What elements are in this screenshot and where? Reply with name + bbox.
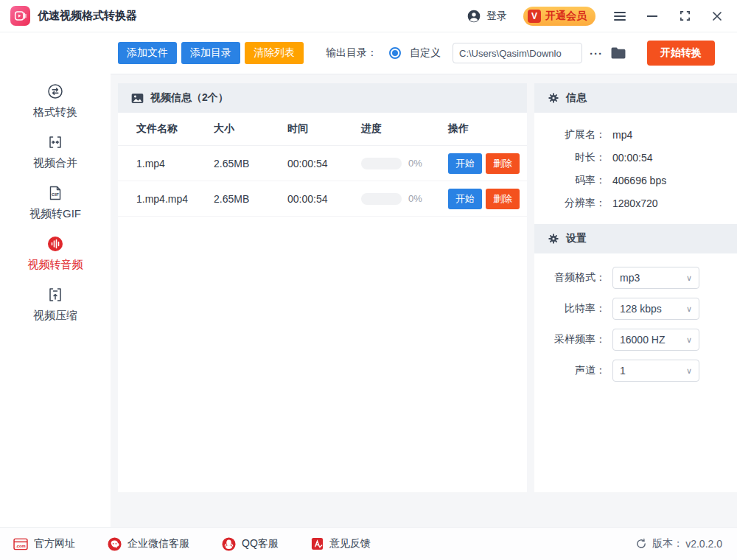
output-path-input[interactable]	[453, 43, 582, 63]
setting-label: 采样频率：	[534, 333, 606, 346]
col-operation: 操作	[448, 122, 527, 136]
sidebar: 格式转换 视频合并 GIF 视频转GIF 视频转音频 视频压缩	[0, 32, 111, 527]
website-icon: .com	[13, 538, 28, 550]
footer-link-label: 意见反馈	[329, 537, 371, 550]
progress-bar	[361, 158, 402, 169]
custom-radio[interactable]	[389, 47, 401, 59]
video-to-audio-icon	[46, 235, 64, 253]
video-merge-icon	[46, 133, 64, 151]
cell-time: 00:00:54	[287, 158, 361, 169]
sidebar-item-label: 格式转换	[33, 105, 77, 119]
table-row: 1.mp4.mp4 2.65MB 00:00:54 0% 开始 删除	[118, 181, 527, 217]
panel-title: 设置	[566, 232, 587, 245]
cell-size: 2.65MB	[214, 158, 287, 169]
video-to-gif-icon: GIF	[46, 184, 64, 202]
info-label: 分辨率：	[534, 197, 606, 210]
delete-button[interactable]: 删除	[486, 153, 520, 174]
sample-rate-select[interactable]: 16000 HZ∨	[612, 329, 699, 351]
feedback-icon	[311, 537, 324, 550]
footer-link-label: QQ客服	[242, 537, 279, 550]
version-info: 版本：v2.0.2.0	[635, 537, 722, 550]
titlebar: 优速视频格式转换器 登录 V 开通会员	[0, 0, 737, 32]
app-title: 优速视频格式转换器	[38, 9, 137, 23]
col-progress: 进度	[361, 122, 448, 136]
setting-label: 比特率：	[534, 302, 606, 315]
clear-list-button[interactable]: 清除列表	[245, 42, 304, 64]
login-button[interactable]: 登录	[467, 9, 507, 24]
sidebar-item-label: 视频转音频	[28, 258, 83, 272]
info-value: 406696 bps	[612, 175, 666, 186]
settings-list: 音频格式： mp3∨ 比特率： 128 kbps∨ 采样频率： 16000 HZ…	[534, 253, 737, 386]
update-icon[interactable]	[635, 538, 647, 550]
format-convert-icon	[46, 83, 64, 100]
gear-icon	[548, 233, 559, 245]
close-button[interactable]	[709, 8, 725, 24]
sidebar-item-video-to-gif[interactable]: GIF 视频转GIF	[0, 184, 111, 221]
panel-title: 信息	[566, 91, 587, 105]
sidebar-item-video-merge[interactable]: 视频合并	[0, 133, 111, 170]
sidebar-item-label: 视频压缩	[33, 309, 77, 323]
user-icon	[467, 9, 481, 24]
col-filename: 文件名称	[136, 122, 214, 136]
vip-label: 开通会员	[545, 10, 587, 23]
minimize-button[interactable]	[644, 8, 660, 24]
qq-icon	[222, 537, 236, 551]
sidebar-item-video-to-audio[interactable]: 视频转音频	[0, 235, 111, 272]
bitrate-select[interactable]: 128 kbps∨	[612, 298, 699, 320]
chevron-down-icon: ∨	[686, 304, 692, 314]
info-label: 扩展名：	[534, 128, 606, 141]
gear-icon	[548, 92, 559, 104]
wechat-service-link[interactable]: 企业微信客服	[108, 537, 189, 551]
cell-size: 2.65MB	[214, 193, 287, 205]
cell-filename: 1.mp4	[136, 158, 214, 169]
footer: .com 官方网址 企业微信客服 QQ客服 意见反馈 版本：v2.0.2.0	[0, 527, 737, 560]
col-size: 大小	[214, 122, 287, 136]
feedback-link[interactable]: 意见反馈	[311, 537, 371, 550]
sidebar-item-video-compress[interactable]: 视频压缩	[0, 286, 111, 323]
sidebar-item-label: 视频合并	[33, 156, 77, 170]
info-label: 时长：	[534, 151, 606, 164]
video-info-icon	[131, 93, 144, 104]
start-button[interactable]: 开始	[448, 189, 482, 209]
side-info-panel: 信息 扩展名：mp4 时长：00:00:54 码率：406696 bps 分辨率…	[534, 83, 737, 492]
info-label: 码率：	[534, 174, 606, 187]
vip-icon: V	[528, 10, 541, 23]
version-value: v2.0.2.0	[685, 538, 722, 550]
wechat-service-icon	[108, 537, 122, 551]
add-directory-button[interactable]: 添加目录	[181, 42, 240, 64]
start-button[interactable]: 开始	[448, 153, 482, 174]
delete-button[interactable]: 删除	[486, 189, 520, 209]
maximize-button[interactable]	[677, 8, 693, 24]
version-label: 版本：	[652, 537, 683, 550]
browse-more-button[interactable]: ···	[587, 47, 606, 60]
cell-time: 00:00:54	[287, 193, 361, 205]
login-label: 登录	[486, 10, 507, 23]
info-value: 1280x720	[612, 197, 658, 209]
start-convert-button[interactable]: 开始转换	[647, 41, 715, 66]
output-dir-label: 输出目录：	[326, 46, 377, 60]
chevron-down-icon: ∨	[686, 273, 692, 283]
app-logo-icon	[10, 6, 30, 26]
col-time: 时间	[287, 122, 361, 136]
custom-radio-label: 自定义	[410, 46, 441, 60]
table-row: 1.mp4 2.65MB 00:00:54 0% 开始 删除	[118, 146, 527, 181]
audio-format-select[interactable]: mp3∨	[612, 267, 699, 289]
open-folder-icon[interactable]	[610, 46, 626, 60]
channel-select[interactable]: 1∨	[612, 360, 699, 382]
sidebar-item-format-convert[interactable]: 格式转换	[0, 83, 111, 119]
svg-text:GIF: GIF	[52, 192, 59, 197]
video-compress-icon	[46, 286, 64, 304]
video-list-panel: 视频信息（2个） 文件名称 大小 时间 进度 操作 1.mp4 2.65MB 0…	[118, 83, 527, 492]
open-vip-button[interactable]: V 开通会员	[523, 7, 595, 26]
progress-text: 0%	[408, 158, 422, 169]
footer-link-label: 官方网址	[34, 537, 75, 550]
chevron-down-icon: ∨	[686, 335, 692, 345]
menu-icon[interactable]	[612, 8, 628, 24]
official-website-link[interactable]: .com 官方网址	[13, 537, 75, 550]
qq-service-link[interactable]: QQ客服	[222, 537, 279, 551]
chevron-down-icon: ∨	[686, 366, 692, 376]
info-list: 扩展名：mp4 时长：00:00:54 码率：406696 bps 分辨率：12…	[534, 113, 737, 224]
cell-filename: 1.mp4.mp4	[136, 193, 214, 205]
info-value: mp4	[612, 129, 632, 141]
add-file-button[interactable]: 添加文件	[118, 42, 177, 64]
